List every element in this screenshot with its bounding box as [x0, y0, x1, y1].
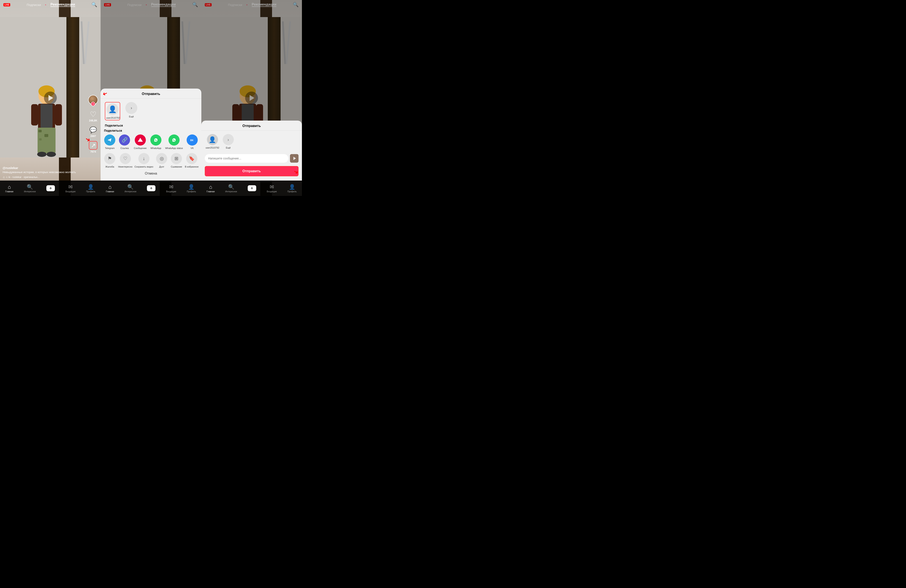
action-favorites[interactable]: 🔖 В избранное	[185, 153, 199, 168]
tab-following[interactable]: Подписки	[27, 3, 41, 6]
report-icon: ⚑	[104, 153, 115, 164]
share-option-vk[interactable]: ВК VK	[186, 134, 199, 150]
video-thumbnail	[290, 154, 298, 163]
middle-nav-add[interactable]: +	[147, 185, 155, 191]
right-contact-item[interactable]: 👤 user2510792	[206, 134, 219, 149]
link-icon: 🔗	[119, 134, 130, 145]
profile-icon: 👤	[88, 184, 94, 190]
share-option-telegram[interactable]: Telegram	[103, 134, 116, 150]
right-nav-add[interactable]: +	[248, 185, 256, 191]
telegram-icon	[104, 134, 115, 145]
add-icon[interactable]: +	[46, 185, 55, 191]
right-profile-label: Профиль	[287, 190, 297, 193]
right-nav-explore[interactable]: 🔍 Интересное	[225, 184, 237, 193]
right-more-label: Ещё	[226, 147, 231, 149]
creator-username[interactable]: @ruslekar	[3, 166, 88, 170]
middle-nav-home[interactable]: ⌂ Главная	[106, 184, 114, 193]
action-stitch[interactable]: ⊞ Сшивание	[170, 153, 183, 168]
home-icon: ⌂	[8, 184, 11, 190]
vk-label: VK	[191, 147, 194, 150]
duet-icon: ◎	[156, 153, 167, 164]
video-description: Невыдуманные истории, о которых невозмож…	[3, 171, 88, 174]
follow-plus-icon[interactable]: +	[91, 102, 95, 106]
cancel-row: Отмена	[100, 169, 201, 176]
middle-add-icon[interactable]: +	[147, 185, 155, 191]
right-more-icon[interactable]: ›	[223, 134, 234, 145]
message-icon	[135, 134, 146, 145]
right-nav-profile[interactable]: 👤 Профиль	[287, 184, 297, 193]
svg-rect-5	[38, 130, 41, 132]
save-video-icon: ↓	[138, 153, 150, 164]
avatar-container[interactable]: +	[88, 95, 98, 105]
middle-inbox-icon: ✉	[169, 184, 173, 190]
video-info: @ruslekar Невыдуманные истории, о которы…	[3, 166, 88, 179]
stitch-label: Сшивание	[171, 166, 182, 168]
share-sheet-header: Отправить	[100, 89, 201, 99]
header-tabs: Подписки ● Рекомендации	[27, 3, 75, 7]
like-button[interactable]: ♡ 248,8K	[89, 110, 97, 122]
svg-marker-24	[138, 138, 143, 142]
heart-icon: ♡	[90, 110, 96, 118]
share-option-whatsapp[interactable]: WhatsApp	[150, 134, 162, 150]
share-sheet: Отправить 👤 user2510792 › Ещё ➜	[100, 89, 201, 180]
stitch-icon: ⊞	[171, 153, 182, 164]
contact-person-icon: 👤	[108, 105, 117, 113]
search-icon[interactable]: 🔍	[91, 2, 97, 8]
middle-nav-inbox[interactable]: ✉ Входящие	[166, 184, 176, 193]
action-not-interesting[interactable]: ♡ Неинтересно	[118, 153, 132, 168]
favorites-label: В избранное	[185, 166, 199, 168]
svg-rect-8	[31, 104, 38, 126]
explore-label: Интересное	[24, 190, 36, 193]
middle-nav-explore[interactable]: 🔍 Интересное	[125, 184, 137, 193]
more-contacts-button[interactable]: › Ещё	[125, 102, 137, 118]
nav-add[interactable]: +	[46, 185, 55, 191]
message-input-field[interactable]	[205, 154, 288, 163]
inbox-icon: ✉	[68, 184, 73, 190]
duet-label: Дуэт	[159, 166, 164, 168]
nav-home[interactable]: ⌂ Главная	[5, 184, 13, 193]
send-button[interactable]: Отправить	[205, 166, 298, 176]
contact-item-highlighted[interactable]: 👤 user2510792	[105, 102, 120, 120]
like-count: 248,8K	[89, 119, 97, 122]
share-option-message[interactable]: Сообщение	[133, 134, 148, 150]
send-panel: Отправить 👤 user2510792 › Ещё	[201, 121, 302, 180]
share-option-whatsapp-status[interactable]: WhatsApp status	[164, 134, 183, 150]
share-button[interactable]: ↗ 7674	[89, 141, 97, 153]
svg-rect-3	[41, 104, 53, 127]
more-chevron-icon[interactable]: ›	[125, 102, 137, 114]
right-nav-home[interactable]: ⌂ Главная	[206, 184, 215, 193]
contact-avatar: 👤	[107, 103, 118, 115]
comment-button[interactable]: 💬 2697	[89, 126, 97, 138]
middle-nav-profile[interactable]: 👤 Профиль	[187, 184, 196, 193]
right-inbox-label: Входящие	[267, 190, 277, 193]
share-option-link[interactable]: 🔗 Ссылка	[118, 134, 131, 150]
middle-explore-label: Интересное	[125, 190, 137, 193]
tab-recommended[interactable]: Рекомендации	[50, 3, 75, 7]
save-video-label: Сохранить видео	[134, 166, 153, 168]
bottom-navigation: ⌂ Главная 🔍 Интересное + ✉ Входящие 👤 Пр…	[0, 180, 100, 196]
action-duet[interactable]: ◎ Дуэт	[155, 153, 168, 168]
whatsapp-status-label: WhatsApp status	[165, 147, 183, 150]
send-contacts-section: 👤 user2510792 › Ещё ➜	[100, 99, 201, 124]
svg-rect-7	[39, 138, 41, 140]
whatsapp-label: WhatsApp	[150, 147, 161, 150]
crutch2	[81, 21, 85, 64]
music-note-icon: ♫	[3, 175, 5, 179]
action-report[interactable]: ⚑ Жалоба	[103, 153, 116, 168]
nav-profile[interactable]: 👤 Профиль	[86, 184, 95, 193]
nav-inbox[interactable]: ✉ Входящие	[65, 184, 76, 193]
right-add-icon[interactable]: +	[248, 185, 256, 191]
nav-explore[interactable]: 🔍 Интересное	[24, 184, 36, 193]
action-save-video[interactable]: ↓ Сохранить видео	[134, 153, 153, 168]
cancel-button[interactable]: Отмена	[145, 172, 157, 175]
svg-rect-6	[45, 134, 48, 137]
middle-panel: LIVE Подписки ● Рекомендации 🔍 Отправить…	[100, 0, 201, 196]
music-info[interactable]: ♫ ♫ /к - ruslekar · оригинальн...	[3, 175, 88, 179]
play-button[interactable]	[44, 92, 57, 104]
right-inbox-icon: ✉	[270, 184, 274, 190]
send-panel-contacts: 👤 user2510792 › Ещё	[201, 131, 302, 152]
middle-explore-icon: 🔍	[127, 184, 134, 190]
svg-rect-9	[55, 104, 62, 126]
right-nav-inbox[interactable]: ✉ Входящие	[267, 184, 277, 193]
right-more-button[interactable]: › Ещё	[223, 134, 234, 149]
